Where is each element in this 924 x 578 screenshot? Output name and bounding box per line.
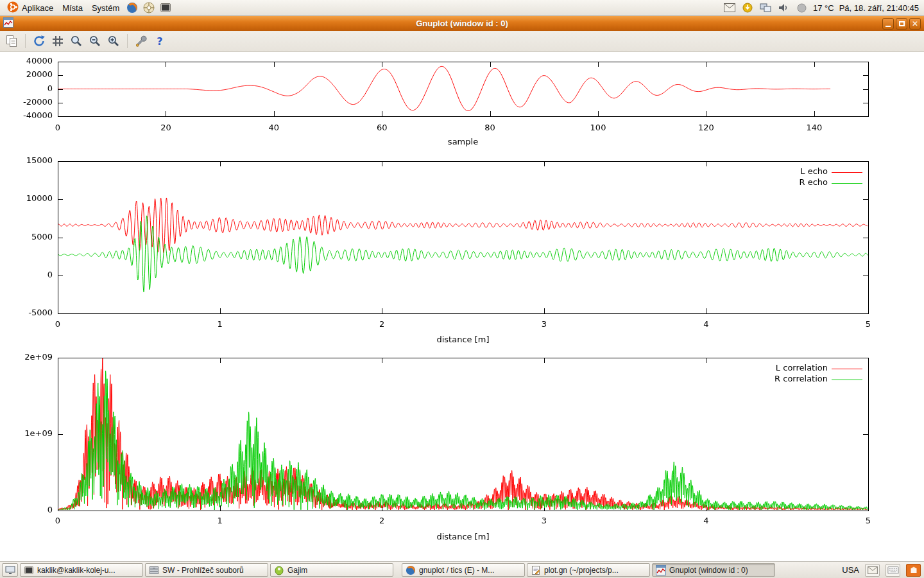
terminal-launcher-icon[interactable] [158, 1, 173, 15]
task-label: plot.gn (~/projects/p... [544, 566, 619, 575]
toolbar-separator [127, 34, 128, 48]
network-display-icon[interactable] [759, 1, 772, 14]
menu-applications[interactable]: Aplikace [3, 0, 58, 15]
file-manager-icon [149, 565, 159, 575]
weather-temperature[interactable]: 17 °C [813, 3, 834, 13]
replot-button[interactable] [31, 33, 47, 49]
weather-icon[interactable] [795, 1, 808, 14]
help-button[interactable]: ? [151, 33, 168, 49]
question-mark-icon: ? [153, 35, 166, 48]
update-icon[interactable] [741, 1, 754, 14]
maximize-icon [899, 21, 905, 26]
mail-tray-icon[interactable] [865, 564, 880, 577]
menu-places-label: Místa [62, 3, 83, 13]
close-button[interactable]: ✕ [909, 18, 921, 30]
taskbar-tray: USA [842, 564, 922, 577]
task-button-gnuplot[interactable]: Gnuplot (window id : 0) [652, 563, 775, 577]
task-button-firefox[interactable]: gnuplot / tics (E) - M... [402, 563, 525, 577]
task-label: SW - Prohlížeč souborů [162, 566, 244, 575]
zoom-previous-button[interactable] [68, 33, 85, 49]
window-title: Gnuplot (window id : 0) [0, 19, 924, 28]
updates-tray-icon[interactable] [906, 564, 921, 577]
window-titlebar[interactable]: Gnuplot (window id : 0) ✕ [0, 16, 924, 31]
toolbar-separator [25, 34, 26, 48]
task-label: kaklik@kaklik-kolej-u... [37, 566, 116, 575]
menu-applications-label: Aplikace [22, 3, 53, 13]
echo-plot[interactable] [0, 154, 924, 347]
magnifier-icon [70, 35, 83, 48]
task-button-editor[interactable]: plot.gn (~/projects/p... [527, 563, 650, 577]
firefox-icon [406, 565, 416, 575]
maximize-button[interactable] [896, 18, 907, 30]
keyboard-layout-indicator[interactable]: USA [842, 565, 859, 575]
magnifier-plus-icon [107, 35, 120, 48]
copy-to-clipboard-button[interactable] [3, 33, 20, 49]
show-desktop-button[interactable] [2, 563, 18, 577]
gajim-icon [274, 565, 284, 575]
close-icon: ✕ [912, 20, 918, 28]
help-launcher-icon[interactable] [142, 1, 156, 15]
menu-places[interactable]: Místa [58, 0, 87, 15]
svg-text:?: ? [157, 35, 162, 48]
volume-icon[interactable] [777, 1, 790, 14]
wrench-icon [135, 35, 148, 48]
correlation-plot[interactable] [0, 351, 924, 543]
clock[interactable]: Pá, 18. září, 21:40:45 [839, 3, 919, 13]
text-editor-icon [531, 565, 541, 575]
gnuplot-icon [656, 565, 666, 575]
grid-icon [51, 35, 64, 48]
bottom-taskbar: kaklik@kaklik-kolej-u... SW - Prohlížeč … [0, 561, 924, 578]
zoom-in-button[interactable] [105, 33, 122, 49]
firefox-launcher-icon[interactable] [125, 1, 139, 15]
terminal-icon [24, 566, 34, 575]
task-label: gnuplot / tics (E) - M... [419, 566, 494, 575]
waveform-plot[interactable] [0, 55, 924, 152]
magnifier-minus-icon [89, 35, 101, 48]
keyboard-tray-icon[interactable] [886, 564, 900, 577]
task-label: Gajim [287, 566, 307, 575]
mail-icon[interactable] [723, 1, 736, 14]
window-controls: ✕ [882, 18, 921, 30]
desktop-icon [4, 565, 16, 575]
task-button-gajim[interactable]: Gajim [270, 563, 393, 577]
toggle-grid-button[interactable] [49, 33, 66, 49]
menu-system[interactable]: Systém [87, 0, 124, 15]
zoom-out-button[interactable] [87, 33, 103, 49]
minimize-button[interactable] [882, 18, 894, 30]
task-button-file-manager[interactable]: SW - Prohlížeč souborů [145, 563, 268, 577]
top-panel: Aplikace Místa Systém 17 °C Pá, 18. září… [0, 0, 924, 16]
panel-tray: 17 °C Pá, 18. září, 21:40:45 [723, 1, 921, 14]
refresh-icon [33, 35, 46, 48]
gnuplot-toolbar: ? [0, 31, 924, 52]
menu-system-label: Systém [92, 3, 119, 13]
ubuntu-logo-icon [7, 1, 19, 15]
minimize-icon [886, 26, 891, 27]
settings-button[interactable] [133, 33, 150, 49]
task-button-terminal[interactable]: kaklik@kaklik-kolej-u... [20, 563, 143, 577]
task-label: Gnuplot (window id : 0) [669, 566, 748, 575]
clipboard-icon [5, 35, 18, 48]
gnuplot-canvas-area [0, 52, 924, 561]
